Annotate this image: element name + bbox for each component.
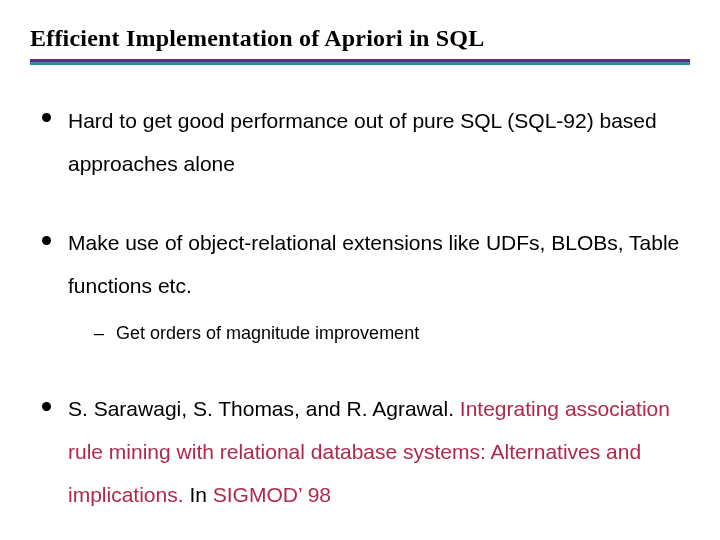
bullet-list: Hard to get good performance out of pure…: [40, 99, 680, 516]
slide-title: Efficient Implementation of Apriori in S…: [30, 24, 690, 53]
bullet-item-1-text: Hard to get good performance out of pure…: [68, 109, 657, 175]
bullet-item-3: S. Sarawagi, S. Thomas, and R. Agrawal. …: [40, 387, 680, 516]
slide: Efficient Implementation of Apriori in S…: [0, 0, 720, 540]
bullet-item-1: Hard to get good performance out of pure…: [40, 99, 680, 185]
sub-bullet-item-1-text: Get orders of magnitude improvement: [116, 323, 419, 343]
sub-bullet-item-1: Get orders of magnitude improvement: [94, 315, 680, 351]
reference-authors: S. Sarawagi, S. Thomas, and R. Agrawal.: [68, 397, 460, 420]
bullet-item-2-text: Make use of object-relational extensions…: [68, 231, 679, 297]
reference-in: In: [189, 483, 212, 506]
sub-bullet-list: Get orders of magnitude improvement: [68, 315, 680, 351]
reference-venue: SIGMOD’ 98: [213, 483, 331, 506]
slide-body: Hard to get good performance out of pure…: [30, 65, 690, 516]
bullet-item-2: Make use of object-relational extensions…: [40, 221, 680, 351]
